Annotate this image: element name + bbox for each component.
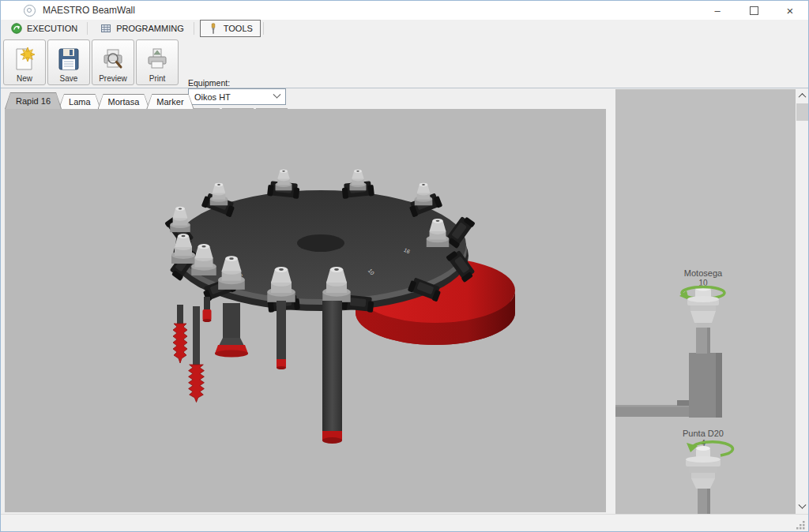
tool-name: Motosega xyxy=(684,268,723,278)
toolbar: New Save Preview xyxy=(1,37,808,88)
main-menu: EXECUTION PROGRAMMING TOOLS xyxy=(1,20,808,38)
resize-grip[interactable] xyxy=(796,520,806,530)
print-icon xyxy=(145,47,169,72)
tab-rapid-16[interactable]: Rapid 16 xyxy=(5,92,62,109)
menu-item-tools[interactable]: TOOLS xyxy=(200,20,261,37)
programming-icon xyxy=(100,23,111,34)
carousel-hub xyxy=(297,234,344,252)
maximize-button[interactable] xyxy=(736,1,772,20)
menu-separator xyxy=(194,22,194,35)
maximize-icon xyxy=(750,6,758,15)
execution-icon xyxy=(11,23,22,34)
chevron-down-icon xyxy=(799,501,807,509)
tool-list-scene: Motosega 10 Punta xyxy=(615,89,796,514)
app-icon xyxy=(24,5,36,17)
tool-carousel-scene: 5 6 16 10 xyxy=(5,109,606,512)
window-title: MAESTRO BeamWall xyxy=(43,5,135,16)
viewport-3d-canvas[interactable]: 5 6 16 10 xyxy=(5,109,606,512)
menu-separator xyxy=(87,22,88,35)
document-tabstrip: Rapid 16 Lama Mortasa Marker xyxy=(5,88,191,109)
drill-bit xyxy=(277,301,286,369)
title-bar: MAESTRO BeamWall – × xyxy=(1,1,808,20)
print-button[interactable]: Print xyxy=(136,39,179,85)
chevron-up-icon xyxy=(799,93,807,101)
menu-separator xyxy=(263,22,264,35)
close-button[interactable]: × xyxy=(772,1,808,20)
tool-list-panel[interactable]: Motosega 10 Punta xyxy=(615,89,796,514)
tab-marker[interactable]: Marker xyxy=(146,94,194,109)
minimize-button[interactable]: – xyxy=(699,1,736,20)
save-icon xyxy=(57,47,81,72)
tab-mortasa[interactable]: Mortasa xyxy=(98,94,150,109)
print-preview-icon xyxy=(101,47,125,72)
save-button[interactable]: Save xyxy=(47,39,90,85)
menu-item-execution[interactable]: EXECUTION xyxy=(4,21,85,36)
equipment-label: Equipment: xyxy=(188,78,230,88)
app-window: MAESTRO BeamWall – × EXECUTION PROGRAMMI… xyxy=(0,0,809,532)
tab-lama[interactable]: Lama xyxy=(58,94,101,109)
tool-name: Punta D20 xyxy=(683,429,724,438)
cylinder-bit xyxy=(322,301,342,444)
new-document-icon xyxy=(13,47,36,72)
preview-button[interactable]: Preview xyxy=(92,39,134,85)
equipment-select[interactable]: Oikos HT xyxy=(188,88,286,105)
menu-item-programming[interactable]: PROGRAMMING xyxy=(93,21,191,36)
scroll-up-button[interactable] xyxy=(796,89,809,103)
vertical-scrollbar[interactable] xyxy=(796,89,809,514)
tools-icon xyxy=(208,23,219,34)
new-button[interactable]: New xyxy=(3,39,46,85)
chevron-down-icon xyxy=(273,91,281,99)
scroll-down-button[interactable] xyxy=(796,500,809,514)
equipment-value: Oikos HT xyxy=(194,92,231,102)
short-bit xyxy=(203,297,212,322)
window-controls: – × xyxy=(699,1,808,20)
status-bar xyxy=(1,514,808,532)
scrollbar-thumb[interactable] xyxy=(796,103,808,121)
